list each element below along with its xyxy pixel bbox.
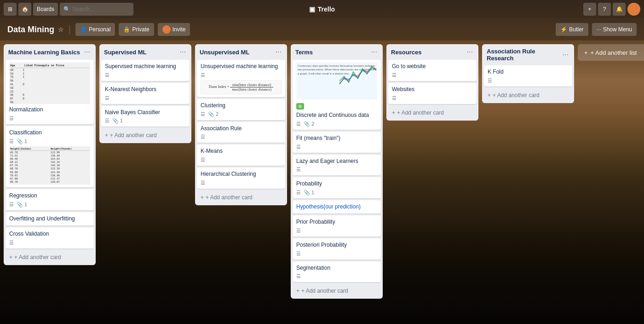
card-title-knn: K-Nearest Neighbors [105, 86, 186, 93]
card-posteriori[interactable]: Posteriori Probability ☰ [293, 238, 381, 260]
avatar[interactable] [627, 3, 640, 16]
list-menu-btn-supervised[interactable]: ··· [179, 48, 187, 56]
card-sup-ml[interactable]: Supervised machine learning ☰ [101, 60, 190, 81]
list-terms: Terms ··· Continuous data typically invo… [291, 44, 383, 299]
card-regression[interactable]: Regression ☰ 📎 1 [6, 189, 94, 210]
desc-icon-fit-train: ☰ [296, 144, 301, 150]
list-cards-terms: Continuous data typically involves fluct… [291, 60, 383, 284]
attachment-icon-probability: 📎 1 [304, 190, 314, 196]
card-normalization[interactable]: AgeLiked Pineapple on Pizza 401 501 761 … [6, 60, 94, 124]
card-websites[interactable]: Websites ☰ [388, 83, 477, 104]
list-header-terms: Terms ··· [291, 44, 383, 60]
list-header-unsupervised: Unsupervised ML ··· [195, 44, 287, 60]
card-classification[interactable]: Classification ☰ 📎 1 Height(Inches)Weigh… [6, 126, 94, 187]
add-card-btn-ml-basics[interactable]: + + Add another card [6, 251, 98, 263]
card-hypothesis[interactable]: Hypothesis(our prediction) [293, 200, 381, 214]
add-label-assoc-research: + Add another card [493, 92, 540, 98]
card-k-fold[interactable]: K Fold ☰ [484, 65, 572, 87]
list-menu-btn-unsupervised[interactable]: ··· [275, 48, 282, 56]
desc-icon-unsup-ml: ☰ [201, 72, 205, 78]
card-meta-sup-ml: ☰ [105, 72, 186, 78]
invite-button[interactable]: Invite [158, 23, 190, 36]
butler-button[interactable]: ⚡ Butler [556, 23, 588, 36]
lock-icon: 🔒 [123, 26, 130, 33]
desc-icon-crossval: ☰ [9, 240, 14, 246]
card-segmentation[interactable]: Segmentation ☰ [293, 261, 381, 283]
card-cross-val[interactable]: Cross Validation ☰ [6, 227, 94, 249]
private-button[interactable]: 🔒 Private [119, 23, 154, 36]
list-assoc-rule-research: Association Rule Research ··· K Fold ☰ +… [482, 44, 574, 103]
card-meta-hierarchical: ☰ [201, 180, 282, 186]
card-assoc-rule[interactable]: Association Rule ☰ [197, 122, 285, 143]
list-menu-btn-assoc-research[interactable]: ··· [562, 51, 569, 59]
desc-icon-naive-bayes: ☰ [105, 118, 109, 124]
bell-btn[interactable]: 🔔 [613, 3, 626, 16]
personal-icon: 👤 [80, 26, 87, 33]
card-clustering[interactable]: Clustering ☰ 📎 2 [197, 99, 285, 120]
add-list-button[interactable]: + + Add another list [578, 44, 644, 61]
board-header: Data Mining ☆ 👤 Personal 🔒 Private Invit… [0, 18, 644, 40]
card-meta-assoc-rule: ☰ [201, 134, 282, 140]
add-icon-resources: + [392, 110, 395, 116]
card-overfitting[interactable]: Overfitting and Underfitting [6, 212, 94, 226]
card-title-hypothesis: Hypothesis(our prediction) [296, 203, 377, 211]
list-unsupervised-ml: Unsupervised ML ··· Unsupervised machine… [195, 44, 287, 205]
list-title-terms: Terms [295, 49, 313, 56]
card-prior-prob[interactable]: Prior Probability ☰ [293, 215, 381, 237]
desc-icon-prior-prob: ☰ [296, 228, 301, 234]
card-title-clustering: Clustering [201, 102, 282, 110]
card-disc-cont[interactable]: Continuous data typically involves fluct… [293, 60, 381, 130]
card-fit-train[interactable]: Fit (means "train") ☰ [293, 132, 381, 153]
nav-right-section: + ? 🔔 [583, 3, 640, 16]
card-knn[interactable]: K-Nearest Neighbors ☰ [101, 83, 190, 104]
search-input[interactable] [72, 6, 127, 12]
add-btn[interactable]: + [583, 3, 596, 16]
grid-icon-btn[interactable]: ⊞ [4, 3, 17, 16]
card-kmeans[interactable]: K-Means ☰ [197, 145, 285, 166]
info-btn[interactable]: ? [598, 3, 611, 16]
card-lazy-eager[interactable]: Lazy and Eager Learners ☰ [293, 155, 381, 176]
boards-icon-btn[interactable]: Boards [33, 3, 58, 16]
list-menu-btn-terms[interactable]: ··· [370, 48, 378, 56]
add-label-resources: + Add another card [397, 110, 444, 116]
card-meta-segmentation: ☰ [296, 273, 377, 279]
list-menu-btn-ml-basics[interactable]: ··· [83, 48, 91, 56]
list-header-ml-basics: Machine Learning Basics ··· [4, 44, 96, 60]
card-hierarchical[interactable]: Hierarchical Clustering ☰ [197, 168, 285, 189]
card-probability[interactable]: Probability ☰ 📎 1 [293, 177, 381, 198]
desc-icon-probability: ☰ [296, 190, 301, 196]
search-icon: 🔍 [63, 6, 70, 12]
star-button[interactable]: ☆ [58, 26, 64, 33]
list-header-supervised: Supervised ML ··· [99, 44, 191, 60]
card-title-go-website: Go to website [392, 63, 473, 70]
card-title-websites: Websites [392, 86, 473, 93]
card-meta-go-website: ☰ [392, 72, 473, 78]
personal-label: Personal [89, 26, 110, 33]
card-meta-classification: ☰ 📎 1 [9, 139, 90, 145]
card-naive-bayes[interactable]: Naive Bayes Classifier ☰ 📎 1 [101, 106, 190, 127]
attachment-icon-regression: 📎 1 [17, 202, 27, 208]
add-icon-unsupervised: + [201, 194, 204, 201]
personal-button[interactable]: 👤 Personal [75, 23, 115, 36]
bottom-scrollbar[interactable] [0, 315, 644, 324]
card-meta-lazy-eager: ☰ [296, 167, 377, 173]
card-meta-naive-bayes: ☰ 📎 1 [105, 118, 186, 124]
desc-icon-posteriori: ☰ [296, 251, 301, 257]
desc-icon-assoc-rule: ☰ [201, 134, 205, 140]
boards-label: Boards [37, 6, 54, 12]
add-card-btn-resources[interactable]: + + Add another card [388, 107, 480, 119]
add-card-btn-assoc-research[interactable]: + + Add another card [484, 89, 576, 101]
add-icon-assoc-research: + [488, 92, 491, 98]
card-go-website[interactable]: Go to website ☰ [388, 60, 477, 81]
list-menu-btn-resources[interactable]: ··· [466, 48, 474, 56]
add-card-btn-terms[interactable]: + + Add another card [293, 285, 385, 297]
card-unsup-ml[interactable]: Unsupervised machine learning ☰ Dunn Ind… [197, 60, 285, 97]
add-list-icon: + [584, 49, 588, 56]
add-card-btn-supervised[interactable]: + + Add another card [101, 129, 193, 141]
show-menu-button[interactable]: ··· Show Menu [592, 23, 637, 36]
attachment-icon-clustering: 📎 2 [208, 111, 218, 117]
add-card-btn-unsupervised[interactable]: + + Add another card [197, 191, 289, 203]
list-header-assoc-research: Association Rule Research ··· [482, 44, 574, 65]
card-title-posteriori: Posteriori Probability [296, 241, 377, 249]
home-icon-btn[interactable]: 🏠 [18, 3, 31, 16]
